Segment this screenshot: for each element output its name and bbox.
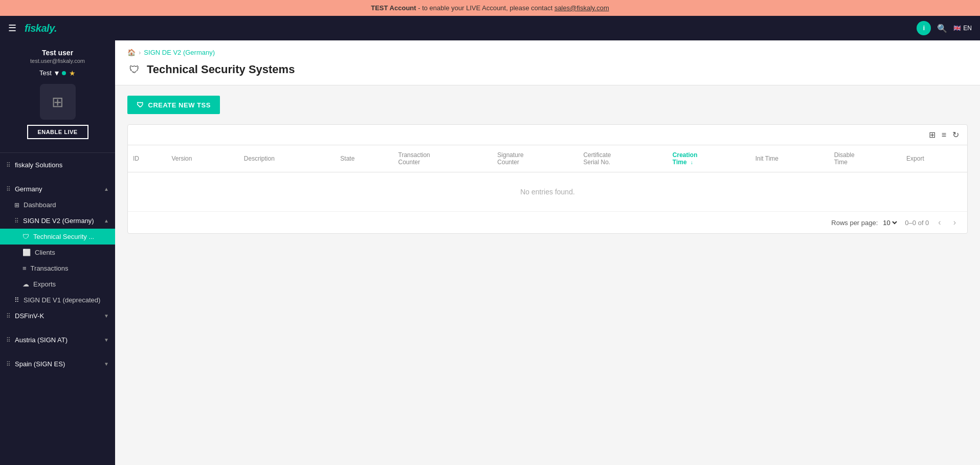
search-icon[interactable]: 🔍 xyxy=(937,24,947,33)
sidebar-group-sign-de-v2-text: SIGN DE V2 (Germany) xyxy=(23,217,94,225)
lang-label: EN xyxy=(963,25,972,32)
page-title-row: 🛡 Technical Security Systems xyxy=(127,62,968,77)
clients-icon: ⬜ xyxy=(23,249,31,256)
language-selector[interactable]: 🇬🇧 EN xyxy=(953,25,972,32)
banner-email[interactable]: sales@fiskaly.com xyxy=(554,4,609,12)
sidebar-item-technical-security-label: Technical Security ... xyxy=(33,233,94,240)
sidebar-item-sign-de-v1[interactable]: ⠿ SIGN DE V1 (deprecated) xyxy=(0,292,115,308)
sidebar-item-clients-label: Clients xyxy=(35,249,55,256)
table-body: No entries found. xyxy=(128,172,967,212)
no-entries-message: No entries found. xyxy=(128,172,967,212)
no-entries-row: No entries found. xyxy=(128,172,967,212)
rows-per-page-select[interactable]: 10 25 50 xyxy=(881,218,899,227)
col-export[interactable]: Export xyxy=(901,145,967,172)
breadcrumb-separator: › xyxy=(139,49,141,56)
exports-icon: ☁ xyxy=(23,280,29,288)
sidebar-section-spain: ⠿ Spain (SIGN ES) ▼ xyxy=(0,352,115,376)
breadcrumb-current[interactable]: SIGN DE V2 (Germany) xyxy=(144,49,215,56)
chevron-down-icon-spain: ▼ xyxy=(104,361,109,367)
sidebar: Test user test.user@fiskaly.com Test ▾ ★… xyxy=(0,40,115,465)
table-footer: Rows per page: 10 25 50 0–0 of 0 ‹ › xyxy=(128,212,967,233)
logo-text: fiskaly xyxy=(25,23,54,34)
col-init-time[interactable]: Init Time xyxy=(750,145,829,172)
sidebar-group-austria[interactable]: ⠿ Austria (SIGN AT) ▼ xyxy=(0,332,115,348)
pagination-prev-button[interactable]: ‹ xyxy=(935,217,944,228)
col-id[interactable]: ID xyxy=(128,145,166,172)
sidebar-group-spain-text: Spain (SIGN ES) xyxy=(15,360,65,368)
col-transaction-counter[interactable]: TransactionCounter xyxy=(393,145,493,172)
nav-right: i 🔍 🇬🇧 EN xyxy=(917,21,972,35)
user-email: test.user@fiskaly.com xyxy=(8,58,107,64)
chevron-up-icon-v2: ▲ xyxy=(104,218,109,224)
sort-arrow-icon: ↓ xyxy=(691,160,693,165)
flag-icon: 🇬🇧 xyxy=(953,25,961,32)
sidebar-group-dsfinv-k[interactable]: ⠿ DSFinV-K ▼ xyxy=(0,308,115,324)
sidebar-item-dashboard-label: Dashboard xyxy=(24,201,56,209)
grid-icon-v1: ⠿ xyxy=(14,296,19,304)
username: Test user xyxy=(8,49,107,57)
grid-icon-spain: ⠿ xyxy=(6,361,11,368)
chevron-down-icon[interactable]: ▾ xyxy=(55,68,59,78)
sidebar-user: Test user test.user@fiskaly.com Test ▾ ★… xyxy=(0,40,115,153)
page-title: Technical Security Systems xyxy=(147,63,295,76)
refresh-icon[interactable]: ↻ xyxy=(952,130,959,140)
grid-icon-germany: ⠿ xyxy=(6,186,11,193)
chevron-down-icon-austria: ▼ xyxy=(104,337,109,343)
col-description[interactable]: Description xyxy=(239,145,336,172)
columns-icon[interactable]: ⊞ xyxy=(929,130,936,140)
grid-avatar-icon: ⊞ xyxy=(52,94,63,110)
grid-icon-dsfinv: ⠿ xyxy=(6,313,11,320)
sidebar-group-fiskaly-solutions[interactable]: ⠿ fiskaly Solutions xyxy=(0,157,115,173)
chevron-up-icon: ▲ xyxy=(104,186,109,192)
sidebar-item-exports[interactable]: ☁ Exports xyxy=(0,276,115,292)
filter-icon[interactable]: ≡ xyxy=(942,130,946,140)
shield-icon: 🛡 xyxy=(23,233,29,240)
org-row: Test ▾ ★ xyxy=(8,68,107,78)
home-icon[interactable]: 🏠 xyxy=(127,49,136,56)
sidebar-group-spain[interactable]: ⠿ Spain (SIGN ES) ▼ xyxy=(0,356,115,372)
hamburger-menu-icon[interactable]: ☰ xyxy=(8,23,16,34)
page-title-icon: 🛡 xyxy=(127,62,142,77)
test-account-banner: TEST Account - to enable your LIVE Accou… xyxy=(0,0,980,16)
col-state[interactable]: State xyxy=(335,145,393,172)
sidebar-section-fiskaly: ⠿ fiskaly Solutions xyxy=(0,153,115,177)
dashboard-icon: ⊞ xyxy=(14,202,19,209)
sidebar-group-label-text: fiskaly Solutions xyxy=(15,161,62,169)
top-nav: ☰ fiskaly. i 🔍 🇬🇧 EN xyxy=(0,16,980,40)
table-container: ID Version Description State Transaction… xyxy=(128,145,967,212)
pagination-info: 0–0 of 0 xyxy=(905,219,929,227)
org-avatar: ⊞ xyxy=(40,84,76,120)
sidebar-group-sign-de-v2[interactable]: ⠿ SIGN DE V2 (Germany) ▲ xyxy=(0,213,115,229)
enable-live-button[interactable]: ENABLE LIVE xyxy=(27,125,88,139)
transactions-icon: ≡ xyxy=(23,264,27,272)
sidebar-section-austria: ⠿ Austria (SIGN AT) ▼ xyxy=(0,328,115,352)
sidebar-item-clients[interactable]: ⬜ Clients xyxy=(0,245,115,260)
sidebar-item-sign-de-v1-label: SIGN DE V1 (deprecated) xyxy=(24,296,100,304)
breadcrumb: 🏠 › SIGN DE V2 (Germany) xyxy=(127,49,968,56)
pagination-next-button[interactable]: › xyxy=(950,217,959,228)
sidebar-item-transactions[interactable]: ≡ Transactions xyxy=(0,260,115,276)
sidebar-section-germany: ⠿ Germany ▲ ⊞ Dashboard ⠿ SIGN DE V2 (Ge… xyxy=(0,177,115,328)
col-signature-counter[interactable]: SignatureCounter xyxy=(492,145,578,172)
grid-icon-sign-v2: ⠿ xyxy=(14,217,19,225)
sidebar-item-transactions-label: Transactions xyxy=(31,264,69,272)
col-version[interactable]: Version xyxy=(166,145,238,172)
create-btn-label: CREATE NEW TSS xyxy=(148,101,211,109)
sidebar-item-exports-label: Exports xyxy=(33,280,56,288)
col-certificate-serial-no[interactable]: CertificateSerial No. xyxy=(578,145,667,172)
content-area: 🏠 › SIGN DE V2 (Germany) 🛡 Technical Sec… xyxy=(115,40,980,465)
star-icon[interactable]: ★ xyxy=(69,69,76,77)
rows-per-page: Rows per page: 10 25 50 xyxy=(831,218,899,227)
user-avatar[interactable]: i xyxy=(917,21,931,35)
sidebar-item-technical-security[interactable]: 🛡 Technical Security ... xyxy=(0,229,115,245)
create-shield-icon: 🛡 xyxy=(137,101,144,109)
main-layout: Test user test.user@fiskaly.com Test ▾ ★… xyxy=(0,40,980,465)
create-tss-button[interactable]: 🛡 CREATE NEW TSS xyxy=(127,96,220,114)
col-disable-time[interactable]: DisableTime xyxy=(829,145,901,172)
grid-icon-austria: ⠿ xyxy=(6,337,11,344)
sidebar-group-dsfinv-text: DSFinV-K xyxy=(15,312,44,320)
banner-message: - to enable your LIVE Account, please co… xyxy=(418,4,554,12)
sidebar-item-dashboard[interactable]: ⊞ Dashboard xyxy=(0,197,115,213)
sidebar-group-germany[interactable]: ⠿ Germany ▲ xyxy=(0,181,115,197)
col-creation-time[interactable]: CreationTime ↓ xyxy=(667,145,750,172)
